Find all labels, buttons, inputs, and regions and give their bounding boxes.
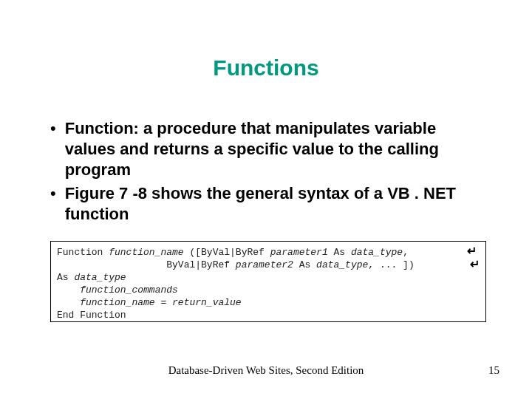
code-text: ([ByVal|ByRef — [184, 247, 270, 258]
code-text: ByVal|ByRef — [57, 259, 236, 270]
code-figure: Function function_name ([ByVal|ByRef par… — [50, 241, 486, 322]
code-text: End Function — [57, 310, 126, 321]
bullet-list: • Function: a procedure that manipulates… — [50, 118, 486, 228]
code-text: function_name — [109, 247, 183, 258]
footer-source: Database-Driven Web Sites, Second Editio… — [0, 364, 532, 377]
code-text — [57, 297, 80, 308]
slide-title: Functions — [0, 55, 532, 81]
code-text: As — [293, 259, 316, 270]
bullet-text: Function: a procedure that manipulates v… — [65, 118, 486, 180]
bullet-item: • Figure 7 -8 shows the general syntax o… — [50, 183, 486, 225]
code-text: data_type — [316, 259, 368, 270]
code-text: As — [328, 247, 351, 258]
code-text: parameter2 — [236, 259, 293, 270]
code-text: , — [403, 247, 415, 258]
bullet-text: Figure 7 -8 shows the general syntax of … — [65, 183, 486, 225]
page-number: 15 — [488, 364, 499, 377]
code-text: Function — [57, 247, 109, 258]
code-text: , ... ]) — [368, 259, 420, 270]
return-icon: ↵ — [470, 257, 480, 271]
bullet-dot-icon: • — [50, 183, 56, 204]
code-text: data_type — [351, 247, 403, 258]
code-text: return_value — [172, 297, 242, 308]
slide: Functions • Function: a procedure that m… — [0, 0, 532, 399]
return-icon: ↵ — [467, 244, 477, 258]
code-text: = — [155, 297, 172, 308]
code-text: function_commands — [80, 284, 178, 296]
bullet-item: • Function: a procedure that manipulates… — [50, 118, 486, 180]
code-text: As — [57, 272, 74, 283]
code-text: function_name — [80, 297, 154, 308]
code-text: parameter1 — [270, 247, 328, 258]
code-text — [57, 284, 80, 296]
bullet-dot-icon: • — [50, 118, 56, 139]
code-text: data_type — [74, 272, 126, 283]
